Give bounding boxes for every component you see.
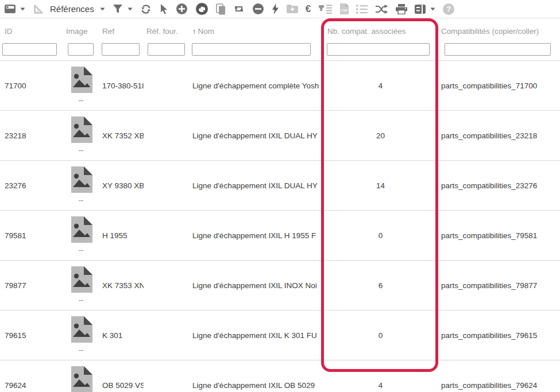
add-to-folder-button[interactable]: [287, 5, 298, 13]
table-body: 71700 -- 170-380-518 Ligne d'échappement…: [0, 61, 560, 392]
panel-caret-button[interactable]: [430, 7, 435, 11]
refresh-icon: [140, 3, 152, 15]
cell-ref-four: [144, 61, 190, 111]
cell-ref-four: [144, 161, 190, 211]
cell-id: 79581: [0, 211, 63, 261]
row-compatibilities: parts_compatibilities_79615: [441, 331, 537, 340]
cell-image: --: [63, 211, 99, 261]
column-header-ref-four[interactable]: Réf. four.: [144, 18, 190, 36]
cell-ref: K 301: [99, 311, 144, 360]
price-button[interactable]: €: [306, 4, 311, 14]
select-button[interactable]: [159, 3, 168, 15]
image-placeholder-icon: [69, 67, 92, 93]
prestashop-sync-button[interactable]: [195, 2, 208, 15]
cell-image: --: [63, 161, 99, 211]
cursor-icon: [159, 3, 168, 15]
table-row[interactable]: 79615 -- K 301 Ligne d'échappement IXIL …: [0, 311, 560, 360]
filter-input-compatibilities[interactable]: [445, 43, 551, 56]
entity-label[interactable]: Références: [50, 4, 94, 14]
cell-ref: 170-380-518: [99, 61, 144, 111]
row-compatibilities: parts_compatibilities_71700: [441, 81, 537, 90]
cell-nom: Ligne d'échappement IXIL DUAL HY: [190, 111, 323, 161]
cell-nom: Ligne d'échappement IXIL OB 5029: [190, 360, 323, 392]
row-id: 79615: [5, 331, 26, 340]
cell-ref-four: [144, 261, 190, 311]
cell-ref: XK 7352 XB: [99, 111, 144, 161]
window-view-button[interactable]: [5, 5, 16, 13]
panel-settings-button[interactable]: [415, 5, 426, 14]
cell-id: 71700: [0, 61, 63, 111]
row-nom: Ligne d'échappement IXIL K 301 FU: [192, 331, 317, 340]
cell-compatibilities: parts_compatibilities_79581: [438, 211, 560, 261]
filter-input-nb-compat[interactable]: [327, 43, 430, 56]
folder-plus-icon: [287, 5, 298, 13]
cell-compatibilities: parts_compatibilities_71700: [438, 61, 560, 111]
image-placeholder-icon: [69, 166, 92, 193]
cell-image: --: [63, 261, 99, 311]
row-nom: Ligne d'échappement IXIL DUAL HY: [192, 181, 318, 190]
column-header-nom[interactable]: ↑Nom: [190, 18, 323, 36]
row-nb-compat: 4: [379, 81, 383, 90]
column-label: Nom: [198, 27, 215, 36]
image-placeholder-icon: [69, 366, 92, 392]
row-nom: Ligne d'échappement IXIL OB 5029: [192, 381, 315, 390]
column-label: Réf. four.: [146, 27, 178, 36]
window-icon: [5, 5, 16, 13]
column-header-id[interactable]: ID: [0, 18, 63, 36]
cell-nom: Ligne d'échappement IXIL INOX Noi: [190, 261, 323, 311]
filter-input-ref[interactable]: [102, 43, 140, 56]
table-row[interactable]: 79624 -- OB 5029 VS Ligne d'échappement …: [0, 360, 560, 392]
filter-button[interactable]: [113, 4, 123, 14]
remove-button[interactable]: [252, 3, 264, 15]
print-button[interactable]: [396, 4, 407, 14]
csv-file-icon: CSV: [340, 3, 349, 14]
cell-image: --: [63, 311, 99, 360]
row-nom: Ligne d'échappement IXIL INOX Noi: [192, 281, 317, 290]
panel-settings-icon: [415, 5, 426, 14]
printer-icon: [396, 4, 407, 14]
cell-compatibilities: parts_compatibilities_23276: [438, 161, 560, 211]
duplicate-button[interactable]: [216, 3, 226, 15]
numbered-list-button[interactable]: [356, 5, 368, 14]
numbered-list-icon: [356, 5, 368, 14]
image-placeholder-icon: [69, 117, 92, 143]
scan-list-button[interactable]: [318, 4, 333, 14]
refresh-button[interactable]: [140, 3, 152, 15]
header-row: ID Image Ref Réf. four. ↑Nom Nb. compat.…: [0, 18, 560, 36]
table-row[interactable]: 79581 -- H 1955 Ligne d'échappement IXIL…: [0, 211, 560, 261]
question-mark-icon: ?: [446, 5, 451, 13]
filter-input-ref-four[interactable]: [148, 43, 185, 56]
filter-input-nom[interactable]: [192, 43, 311, 56]
cell-id: 79624: [0, 360, 63, 392]
column-header-image[interactable]: Image: [63, 18, 99, 36]
no-image-label: --: [79, 146, 84, 154]
filter-input-image[interactable]: [68, 43, 94, 56]
column-header-compatibilities[interactable]: Compatibilités (copier/coller): [438, 18, 560, 36]
row-ref: XK 7352 XB: [102, 131, 144, 140]
add-button[interactable]: [176, 3, 188, 15]
table-row[interactable]: 71700 -- 170-380-518 Ligne d'échappement…: [0, 61, 560, 111]
plus-circle-icon: [176, 3, 188, 15]
filter-caret-button[interactable]: [128, 7, 133, 11]
filter-input-id[interactable]: [2, 43, 57, 56]
export-csv-button[interactable]: CSV: [340, 3, 349, 14]
column-header-nb-compat[interactable]: Nb. compat. associées: [323, 18, 438, 36]
table-row[interactable]: 23218 -- XK 7352 XB Ligne d'échappement …: [0, 111, 560, 161]
lightning-bolt-icon: [272, 3, 279, 14]
window-view-caret-button[interactable]: [20, 7, 25, 11]
cell-nom: Ligne d'échappement complète Yosh: [190, 61, 323, 111]
cell-compatibilities: parts_compatibilities_79615: [438, 311, 560, 360]
reframe-button[interactable]: [233, 4, 245, 14]
table-row[interactable]: 79877 -- XK 7353 XN Ligne d'échappement …: [0, 261, 560, 311]
no-image-label: --: [79, 246, 84, 254]
table-row[interactable]: 23276 -- XY 9380 XB Ligne d'échappement …: [0, 161, 560, 211]
help-button[interactable]: ?: [443, 3, 454, 15]
column-header-ref[interactable]: Ref: [99, 18, 144, 36]
shuffle-button[interactable]: [375, 5, 388, 14]
row-compatibilities: parts_compatibilities_79624: [441, 381, 537, 390]
entity-type-button[interactable]: [33, 3, 44, 15]
flash-actions-button[interactable]: [272, 3, 279, 14]
entity-caret-button[interactable]: [100, 7, 105, 11]
column-label: Compatibilités (copier/coller): [441, 27, 539, 36]
cell-nom: Ligne d'échappement IXIL DUAL HY: [190, 161, 323, 211]
